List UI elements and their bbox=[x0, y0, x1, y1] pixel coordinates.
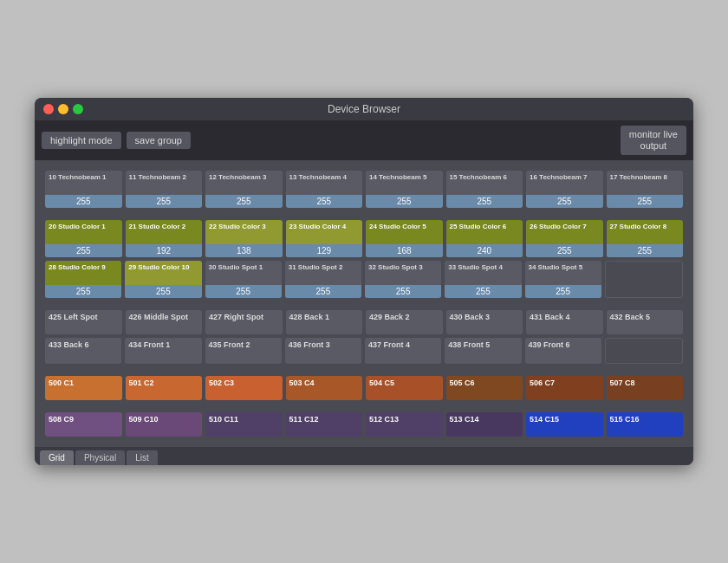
list-item[interactable]: 428 Back 1 bbox=[286, 310, 363, 334]
minimize-button[interactable] bbox=[58, 104, 68, 114]
list-item[interactable]: 10 Technobeam 1 255 bbox=[45, 171, 122, 208]
list-item[interactable]: 26 Studio Color 7 255 bbox=[526, 220, 603, 257]
highlight-mode-button[interactable]: highlight mode bbox=[42, 132, 121, 149]
tab-list[interactable]: List bbox=[127, 450, 158, 465]
technobeam-row: 10 Technobeam 1 255 11 Technobeam 2 255 … bbox=[45, 171, 683, 208]
list-item[interactable]: 20 Studio Color 1 255 bbox=[45, 220, 122, 257]
toolbar: highlight mode save group monitor liveou… bbox=[35, 120, 693, 160]
list-item-empty bbox=[605, 338, 683, 364]
list-item[interactable]: 33 Studio Spot 4 255 bbox=[445, 261, 521, 298]
bottom-tabs: Grid Physical List bbox=[35, 447, 693, 465]
list-item[interactable]: 434 Front 1 bbox=[125, 338, 201, 364]
main-content: 10 Technobeam 1 255 11 Technobeam 2 255 … bbox=[35, 160, 693, 447]
maximize-button[interactable] bbox=[73, 104, 83, 114]
list-item[interactable]: 435 Front 2 bbox=[205, 338, 282, 364]
fronts-row: 433 Back 6 434 Front 1 435 Front 2 436 F… bbox=[45, 338, 683, 364]
list-item[interactable]: 433 Back 6 bbox=[45, 338, 121, 364]
list-item[interactable]: 16 Technobeam 7 255 bbox=[526, 171, 603, 208]
device-browser-window: Device Browser highlight mode save group… bbox=[35, 98, 693, 465]
list-item[interactable]: 425 Left Spot bbox=[45, 310, 122, 334]
list-item[interactable]: 14 Technobeam 5 255 bbox=[366, 171, 443, 208]
list-item[interactable]: 28 Studio Color 9 255 bbox=[45, 261, 121, 298]
list-item[interactable]: 501 C2 bbox=[126, 376, 203, 400]
list-item[interactable]: 30 Studio Spot 1 255 bbox=[205, 261, 282, 298]
list-item[interactable]: 509 C10 bbox=[126, 412, 203, 437]
list-item[interactable]: 512 C13 bbox=[366, 412, 443, 437]
list-item[interactable]: 436 Front 3 bbox=[285, 338, 361, 364]
list-item[interactable]: 431 Back 4 bbox=[526, 310, 603, 334]
c1-row: 500 C1 501 C2 502 C3 503 C4 504 C5 505 C… bbox=[45, 376, 683, 400]
list-item[interactable]: 34 Studio Spot 5 255 bbox=[525, 261, 601, 298]
spots-row: 425 Left Spot 426 Middle Spot 427 Right … bbox=[45, 310, 683, 334]
list-item[interactable]: 13 Technobeam 4 255 bbox=[286, 171, 363, 208]
list-item[interactable]: 439 Front 6 bbox=[525, 338, 601, 364]
title-bar: Device Browser bbox=[35, 98, 693, 120]
spots-section: 425 Left Spot 426 Middle Spot 427 Right … bbox=[42, 307, 686, 367]
list-item[interactable]: 505 C6 bbox=[446, 376, 523, 400]
toolbar-left: highlight mode save group bbox=[42, 132, 191, 149]
list-item[interactable]: 500 C1 bbox=[45, 376, 122, 400]
list-item[interactable]: 503 C4 bbox=[286, 376, 363, 400]
list-item-empty bbox=[605, 261, 683, 298]
list-item[interactable]: 513 C14 bbox=[446, 412, 523, 437]
list-item[interactable]: 508 C9 bbox=[45, 412, 122, 437]
list-item[interactable]: 23 Studio Color 4 129 bbox=[286, 220, 363, 257]
list-item[interactable]: 511 C12 bbox=[286, 412, 363, 437]
list-item[interactable]: 17 Technobeam 8 255 bbox=[607, 171, 684, 208]
list-item[interactable]: 506 C7 bbox=[526, 376, 603, 400]
list-item[interactable]: 22 Studio Color 3 138 bbox=[205, 220, 283, 257]
c2-section: 508 C9 509 C10 510 C11 511 C12 512 C13 5… bbox=[42, 409, 686, 440]
list-item[interactable]: 430 Back 3 bbox=[446, 310, 523, 334]
list-item[interactable]: 25 Studio Color 6 240 bbox=[446, 220, 523, 257]
list-item[interactable]: 11 Technobeam 2 255 bbox=[126, 171, 203, 208]
list-item[interactable]: 32 Studio Spot 3 255 bbox=[365, 261, 441, 298]
studio-color-1-section: 20 Studio Color 1 255 21 Studio Color 2 … bbox=[42, 217, 686, 301]
studio-spot-row: 28 Studio Color 9 255 29 Studio Color 10… bbox=[45, 261, 683, 298]
list-item[interactable]: 15 Technobeam 6 255 bbox=[446, 171, 523, 208]
list-item[interactable]: 438 Front 5 bbox=[445, 338, 521, 364]
list-item[interactable]: 29 Studio Color 10 255 bbox=[125, 261, 201, 298]
list-item[interactable]: 21 Studio Color 2 192 bbox=[126, 220, 203, 257]
c2-row: 508 C9 509 C10 510 C11 511 C12 512 C13 5… bbox=[45, 412, 683, 437]
list-item[interactable]: 31 Studio Spot 2 255 bbox=[285, 261, 361, 298]
list-item[interactable]: 504 C5 bbox=[366, 376, 443, 400]
list-item[interactable]: 27 Studio Color 8 255 bbox=[607, 220, 684, 257]
list-item[interactable]: 507 C8 bbox=[607, 376, 684, 400]
list-item[interactable]: 426 Middle Spot bbox=[126, 310, 203, 334]
c1-section: 500 C1 501 C2 502 C3 503 C4 504 C5 505 C… bbox=[42, 372, 686, 404]
save-group-button[interactable]: save group bbox=[127, 132, 191, 149]
list-item[interactable]: 429 Back 2 bbox=[366, 310, 443, 334]
list-item[interactable]: 515 C16 bbox=[607, 412, 684, 437]
list-item[interactable]: 514 C15 bbox=[526, 412, 603, 437]
studio-color-1-row: 20 Studio Color 1 255 21 Studio Color 2 … bbox=[45, 220, 683, 257]
technobeam-section: 10 Technobeam 1 255 11 Technobeam 2 255 … bbox=[42, 167, 686, 211]
list-item[interactable]: 24 Studio Color 5 168 bbox=[366, 220, 443, 257]
tab-physical[interactable]: Physical bbox=[75, 450, 125, 465]
window-title: Device Browser bbox=[328, 103, 400, 115]
close-button[interactable] bbox=[43, 104, 54, 114]
monitor-live-button[interactable]: monitor liveoutput bbox=[621, 126, 686, 155]
list-item[interactable]: 432 Back 5 bbox=[607, 310, 684, 334]
right-spot-cell[interactable]: 427 Right Spot bbox=[205, 310, 283, 334]
list-item[interactable]: 510 C11 bbox=[205, 412, 283, 437]
window-controls bbox=[43, 104, 83, 114]
list-item[interactable]: 437 Front 4 bbox=[365, 338, 441, 364]
tab-grid[interactable]: Grid bbox=[40, 450, 74, 465]
list-item[interactable]: 12 Technobeam 3 255 bbox=[205, 171, 283, 208]
list-item[interactable]: 502 C3 bbox=[205, 376, 283, 400]
